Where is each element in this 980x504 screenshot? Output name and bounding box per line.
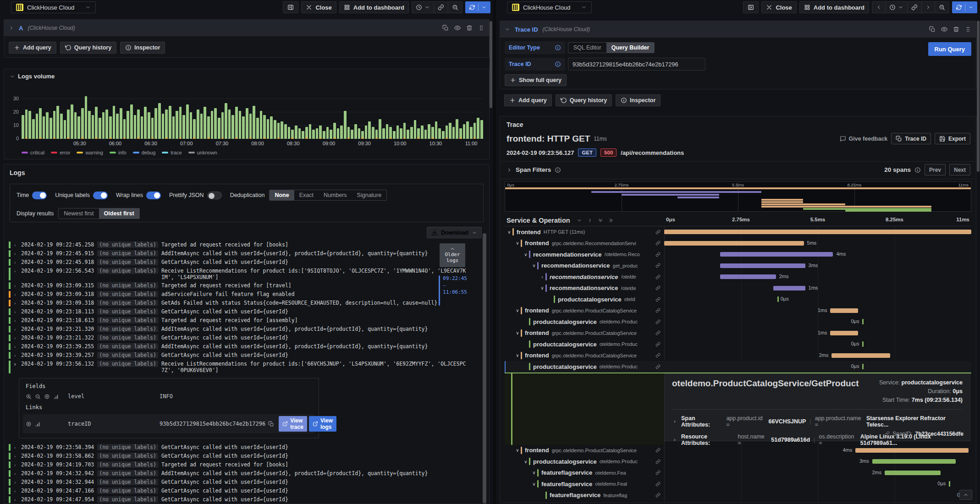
span-tree-cell[interactable]: ∨featureflagserviceoteldemo.Fea: [505, 467, 664, 479]
span-timeline-cell[interactable]: [664, 226, 971, 238]
span-row[interactable]: productcatalogserviceoteld0μs: [505, 294, 971, 305]
left-pane-scrollbar[interactable]: [490, 21, 492, 108]
span-timeline-cell[interactable]: 4ms: [664, 249, 971, 260]
span-toggle-icon[interactable]: ›: [540, 274, 545, 279]
chevron-right-icon[interactable]: [507, 167, 512, 173]
expand-log-icon[interactable]: ›: [14, 444, 18, 451]
expand-log-icon[interactable]: ›: [14, 470, 18, 477]
collapse-log-icon[interactable]: ∨: [14, 361, 18, 367]
query-row-header[interactable]: A (ClickHouse Cloud): [4, 20, 489, 36]
dedup-option-exact[interactable]: Exact: [294, 190, 319, 200]
span-duration-bar[interactable]: [720, 252, 833, 257]
next-span-button[interactable]: Next: [949, 164, 970, 175]
span-row[interactable]: ∨frontendHTTP GET (11ms): [505, 226, 971, 238]
expand-log-icon[interactable]: ›: [14, 291, 18, 298]
span-link-icon[interactable]: [655, 342, 661, 347]
trace-id-input[interactable]: 93b5d327129815e4bb26bc74e2b17296: [568, 58, 705, 71]
inspector-button-right[interactable]: Inspector: [616, 94, 661, 106]
span-tree-cell[interactable]: ∨frontendgrpc.oteldemo.ProductCatalogSer…: [505, 350, 664, 362]
query-row-header[interactable]: Trace ID (ClickHouse Cloud): [500, 21, 976, 38]
span-link-icon[interactable]: [655, 230, 661, 235]
span-tree-cell[interactable]: ∨featureflagserviceoteldemo.Feal: [505, 478, 664, 490]
log-row[interactable]: ›2024-02-19 09:23:18.113(no unique label…: [9, 307, 468, 316]
span-tree-cell[interactable]: ∨recommendationservice/otelde: [505, 283, 664, 294]
expand-log-icon[interactable]: ›: [14, 268, 18, 274]
log-row[interactable]: ›2024-02-19 09:23:09.318(no unique label…: [9, 299, 468, 307]
give-feedback-button[interactable]: Give feedback: [840, 136, 888, 142]
span-row[interactable]: productcatalogserviceoteldemo.Produc0μs: [505, 316, 971, 328]
log-row[interactable]: ›2024-02-19 09:24:32.942(no unique label…: [9, 469, 468, 478]
trace-minimap[interactable]: 0μs2.75ms5.5ms8.25ms11ms: [505, 181, 971, 212]
span-link-icon[interactable]: [655, 263, 661, 268]
span-toggle-icon[interactable]: ∨: [531, 482, 537, 487]
span-timeline-cell[interactable]: 0μs: [664, 316, 971, 328]
expand-log-icon[interactable]: ›: [14, 300, 18, 307]
span-duration-bar[interactable]: [830, 308, 858, 313]
log-range-indicator[interactable]: 09:22:45 — 11:06:55: [439, 275, 467, 306]
span-toggle-icon[interactable]: ∨: [515, 448, 520, 453]
log-row[interactable]: ›2024-02-19 09:23:58.862(no unique label…: [9, 452, 468, 460]
legend-item-info[interactable]: info: [110, 150, 127, 155]
collapse-pane-button-right[interactable]: [743, 1, 759, 13]
right-pane-scrollbar[interactable]: [977, 21, 980, 172]
legend-item-debug[interactable]: debug: [133, 150, 156, 155]
drag-handle-icon[interactable]: [478, 25, 484, 31]
dedup-option-signature[interactable]: Signature: [352, 190, 387, 200]
span-row[interactable]: ∨productcatalogserviceoteldemo.Produc3ms: [505, 456, 971, 467]
span-tree-cell[interactable]: ∨frontendgrpc.oteldemo.RecommendationSer…: [505, 238, 664, 249]
time-picker-button[interactable]: [412, 2, 434, 13]
duplicate-query-icon[interactable]: [929, 26, 936, 33]
expand-log-icon[interactable]: ›: [14, 479, 18, 486]
span-tree-cell[interactable]: productcatalogserviceoteld: [505, 294, 664, 305]
legend-item-trace[interactable]: trace: [162, 150, 182, 155]
span-row[interactable]: ∨frontendgrpc.oteldemo.ProductCatalogSer…: [505, 305, 971, 317]
span-id[interactable]: SpanID:7b23cec443156dfe: [885, 431, 963, 437]
stats-icon[interactable]: [53, 394, 59, 400]
drag-handle-icon[interactable]: [965, 26, 971, 33]
share-link-button[interactable]: [434, 2, 448, 13]
shift-time-forward-button[interactable]: [922, 2, 935, 13]
span-row[interactable]: ∨recommendationservice/oteldemo.Reco4ms: [505, 249, 971, 260]
order-option-newest-first[interactable]: Newest first: [59, 208, 99, 219]
log-row[interactable]: ›2024-02-19 09:24:47.954(no unique label…: [9, 495, 468, 504]
span-row[interactable]: featureflagservicefeatureflag0μs: [505, 490, 971, 501]
query-history-button-right[interactable]: Query history: [556, 94, 612, 106]
span-row[interactable]: productcatalogserviceoteldemo.Produc0μs: [505, 361, 971, 373]
span-timeline-cell[interactable]: 1ms: [664, 328, 971, 339]
add-to-dashboard-button-right[interactable]: Add to dashboard: [799, 1, 869, 13]
zoom-out-button[interactable]: [935, 2, 949, 13]
log-row[interactable]: ›2024-02-19 09:23:58.394(no unique label…: [9, 443, 468, 452]
collapse-one-icon[interactable]: [577, 218, 582, 223]
logs-scrollbar[interactable]: [483, 233, 486, 504]
expand-all-icon[interactable]: [608, 218, 614, 223]
span-tree-cell[interactable]: productcatalogserviceoteldemo.Produc: [505, 316, 664, 328]
add-query-button-left[interactable]: Add query: [9, 42, 56, 54]
share-link-button[interactable]: [908, 2, 922, 13]
legend-item-error[interactable]: error: [51, 150, 70, 155]
span-duration-bar[interactable]: [830, 331, 858, 335]
log-row[interactable]: ›2024-02-19 09:24:47.166(no unique label…: [9, 487, 468, 495]
span-toggle-icon[interactable]: ∨: [531, 263, 537, 268]
span-row[interactable]: ∨frontendgrpc.oteldemo.ProductCatalogSer…: [505, 328, 971, 339]
span-duration-tick[interactable]: [777, 296, 779, 302]
expand-log-icon[interactable]: ›: [14, 308, 18, 315]
close-split-button-left[interactable]: Close: [301, 1, 336, 13]
remove-query-icon[interactable]: [953, 26, 959, 33]
log-row[interactable]: ›2024-02-19 09:22:45.258(no unique label…: [9, 241, 468, 249]
span-tree-cell[interactable]: ∨frontendHTTP GET (11ms): [505, 226, 664, 238]
add-to-dashboard-button-left[interactable]: Add to dashboard: [339, 1, 409, 13]
span-link-icon[interactable]: [655, 285, 661, 290]
span-link-icon[interactable]: [655, 353, 661, 358]
span-link-icon[interactable]: [655, 319, 661, 324]
span-row[interactable]: ∨featureflagserviceoteldemo.Fea2ms: [505, 467, 971, 479]
span-link-icon[interactable]: [655, 482, 661, 487]
log-row[interactable]: ›2024-02-19 09:23:39.257(no unique label…: [9, 351, 468, 360]
span-row[interactable]: ∨frontendgrpc.oteldemo.ProductCatalogSer…: [505, 445, 971, 456]
span-toggle-icon[interactable]: ∨: [515, 330, 520, 335]
expand-log-icon[interactable]: ›: [14, 259, 18, 266]
span-timeline-cell[interactable]: 1ms: [664, 305, 971, 317]
span-timeline-cell[interactable]: 0μs: [664, 294, 971, 305]
legend-item-critical[interactable]: critical: [22, 150, 44, 155]
expand-log-icon[interactable]: ›: [14, 343, 18, 350]
span-link-icon[interactable]: [655, 308, 661, 313]
